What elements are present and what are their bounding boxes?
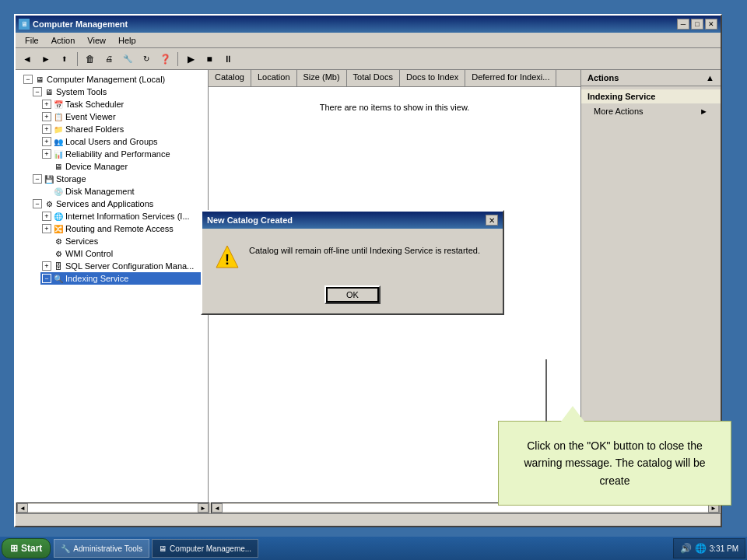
dialog-warning-icon: ! bbox=[215, 244, 240, 269]
dialog-footer: OK bbox=[202, 278, 503, 313]
dialog-close-button[interactable]: ✕ bbox=[486, 215, 498, 226]
dialog-title-text: New Catalog Created bbox=[207, 215, 293, 225]
svg-text:!: ! bbox=[225, 252, 230, 268]
dialog-title-bar: New Catalog Created ✕ bbox=[202, 212, 503, 229]
new-catalog-dialog: New Catalog Created ✕ ! Catalog will rem… bbox=[201, 210, 504, 315]
dialog-ok-button[interactable]: OK bbox=[324, 285, 381, 304]
dialog-overlay: New Catalog Created ✕ ! Catalog will rem… bbox=[0, 0, 747, 560]
dialog-content: ! Catalog will remain off-line until Ind… bbox=[202, 229, 503, 278]
dialog-message-text: Catalog will remain off-line until Index… bbox=[249, 244, 480, 257]
